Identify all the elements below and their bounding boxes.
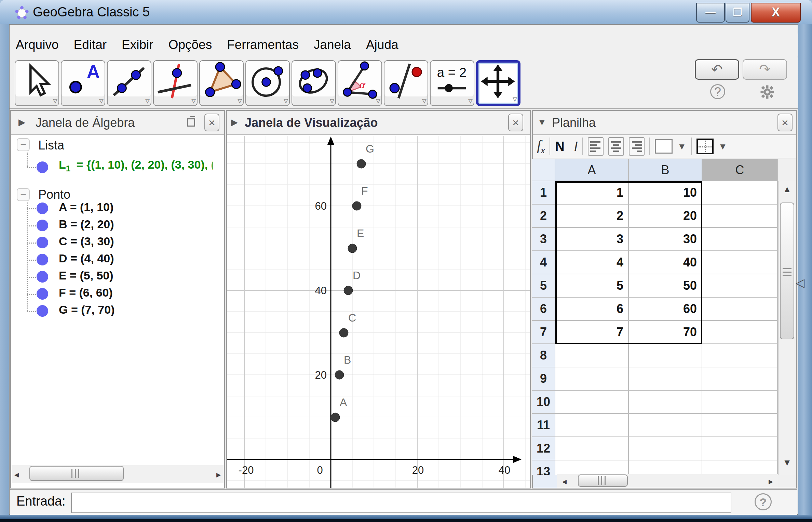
cell-B12[interactable]	[629, 437, 702, 460]
align-right-button[interactable]	[629, 137, 645, 156]
l1-visibility-bullet[interactable]	[37, 161, 48, 173]
cell-A7[interactable]: 7	[555, 321, 629, 344]
point-D[interactable]	[344, 286, 353, 295]
graphics-close-icon[interactable]: ×	[508, 114, 523, 131]
row-header-6[interactable]: 6	[532, 298, 555, 321]
minimize-button[interactable]: —	[696, 3, 725, 23]
point-C[interactable]	[339, 328, 348, 337]
tool-angle-button[interactable]: α ▿	[338, 60, 382, 106]
tool-circle-button[interactable]: ▿	[245, 60, 290, 106]
collapse-lista-button[interactable]: −	[17, 138, 30, 151]
color-dropdown-icon[interactable]: ▼	[677, 141, 686, 152]
row-header-8[interactable]: 8	[532, 344, 555, 367]
unpin-window-icon[interactable]	[187, 118, 195, 127]
row-header-13[interactable]: 13	[532, 460, 555, 475]
title-bar[interactable]: GeoGebra Classic 5 — ❐ X	[0, 0, 812, 24]
point-item-E[interactable]: E = (5, 50)	[59, 269, 113, 282]
cell-A5[interactable]: 5	[555, 274, 629, 298]
cell-A4[interactable]: 4	[555, 251, 629, 274]
entrada-input[interactable]	[71, 493, 731, 513]
spreadsheet-hscrollbar[interactable]: ◂ ▸	[557, 474, 778, 488]
cell-C13[interactable]	[702, 460, 778, 475]
cell-C1[interactable]	[702, 181, 778, 205]
bold-button[interactable]: N	[555, 139, 564, 154]
menu-opcoes[interactable]: Opções	[168, 38, 212, 52]
cell-A1[interactable]: 1	[555, 181, 629, 205]
cell-B2[interactable]: 20	[629, 205, 702, 228]
cell-A2[interactable]: 2	[555, 205, 629, 228]
collapse-ponto-button[interactable]: −	[17, 188, 30, 201]
cell-C8[interactable]	[702, 344, 778, 367]
row-header-11[interactable]: 11	[532, 414, 555, 437]
menu-ferramentas[interactable]: Ferramentas	[227, 38, 299, 52]
tool-dropdown-icon[interactable]: ▿	[99, 95, 104, 106]
point-bullet[interactable]	[37, 305, 48, 317]
scroll-left-icon[interactable]: ◂	[562, 476, 567, 487]
scroll-right-icon[interactable]: ▸	[216, 469, 221, 480]
point-G[interactable]	[357, 159, 366, 168]
tool-conic-button[interactable]: ▿	[292, 60, 336, 106]
cell-C10[interactable]	[702, 391, 778, 414]
point-bullet[interactable]	[37, 271, 48, 283]
menu-editar[interactable]: Editar	[73, 38, 107, 52]
cell-C3[interactable]	[702, 228, 778, 251]
input-help-icon[interactable]: ?	[755, 493, 772, 510]
column-header-C[interactable]: C	[702, 159, 778, 181]
row-header-7[interactable]: 7	[532, 321, 555, 344]
scroll-right-icon[interactable]: ▸	[769, 476, 773, 487]
row-header-1[interactable]: 1	[532, 181, 555, 205]
panel-collapse-handle-icon[interactable]: ◁	[796, 276, 804, 289]
cell-B10[interactable]	[629, 391, 702, 414]
tool-dropdown-icon[interactable]: ▿	[191, 95, 196, 106]
row-header-3[interactable]: 3	[532, 228, 555, 251]
spreadsheet-hscroll-thumb[interactable]	[578, 474, 628, 487]
cell-A13[interactable]	[555, 460, 629, 475]
tool-dropdown-icon[interactable]: ▿	[468, 95, 473, 106]
point-bullet[interactable]	[37, 237, 48, 248]
cell-B4[interactable]: 40	[629, 251, 702, 274]
algebra-hscrollbar[interactable]: ◂ ▸	[12, 465, 224, 483]
undo-button[interactable]: ↶	[695, 59, 739, 80]
scroll-down-icon[interactable]: ▼	[779, 457, 796, 468]
cell-C4[interactable]	[702, 251, 778, 274]
spreadsheet-close-icon[interactable]: ×	[777, 114, 793, 131]
point-item-A[interactable]: A = (1, 10)	[59, 200, 113, 214]
point-B[interactable]	[335, 370, 344, 379]
cell-B5[interactable]: 50	[629, 274, 702, 298]
point-bullet[interactable]	[37, 203, 48, 214]
menu-ajuda[interactable]: Ajuda	[366, 38, 398, 52]
graphics-plot[interactable]: -20 0 20 40 60 40 20 A B C D E F G	[227, 136, 530, 488]
background-color-button[interactable]	[655, 139, 673, 154]
panel-collapse-icon[interactable]: ▼	[538, 117, 546, 128]
row-header-9[interactable]: 9	[532, 367, 555, 391]
point-item-C[interactable]: C = (3, 30)	[59, 235, 114, 248]
cell-B6[interactable]: 60	[629, 298, 702, 321]
algebra-hscroll-thumb[interactable]	[29, 466, 124, 481]
spreadsheet-vscrollbar[interactable]: ▲ ▼	[778, 181, 796, 475]
point-item-G[interactable]: G = (7, 70)	[59, 303, 114, 316]
settings-gear-icon[interactable]	[759, 84, 775, 100]
cell-C11[interactable]	[702, 414, 778, 437]
tool-dropdown-icon[interactable]: ▿	[284, 95, 288, 106]
cell-A6[interactable]: 6	[555, 298, 629, 321]
align-center-button[interactable]	[608, 137, 624, 156]
row-header-10[interactable]: 10	[532, 391, 555, 414]
cell-B9[interactable]	[629, 367, 702, 391]
help-icon[interactable]: ?	[710, 84, 725, 99]
point-item-B[interactable]: B = (2, 20)	[59, 218, 114, 231]
tool-dropdown-icon[interactable]: ▿	[422, 95, 427, 106]
row-header-5[interactable]: 5	[532, 274, 555, 298]
cell-A10[interactable]	[555, 391, 629, 414]
cell-C6[interactable]	[702, 298, 778, 321]
row-header-4[interactable]: 4	[532, 251, 555, 274]
tool-dropdown-icon[interactable]: ▿	[145, 95, 150, 106]
border-style-button[interactable]	[696, 139, 714, 154]
cell-B1[interactable]: 10	[629, 181, 702, 205]
spreadsheet-panel-header[interactable]: ▼ Planilha ×	[533, 111, 796, 135]
tool-perpendicular-line-button[interactable]: ▿	[153, 60, 198, 106]
tool-dropdown-icon[interactable]: ▿	[53, 95, 57, 106]
l1-list-item[interactable]: L1 = {(1, 10), (2, 20), (3, 30), (	[59, 158, 213, 173]
fx-button[interactable]: fx	[537, 137, 545, 156]
redo-button[interactable]: ↷	[743, 59, 787, 80]
tool-move-graphics-view-button[interactable]: ▿	[476, 60, 520, 106]
